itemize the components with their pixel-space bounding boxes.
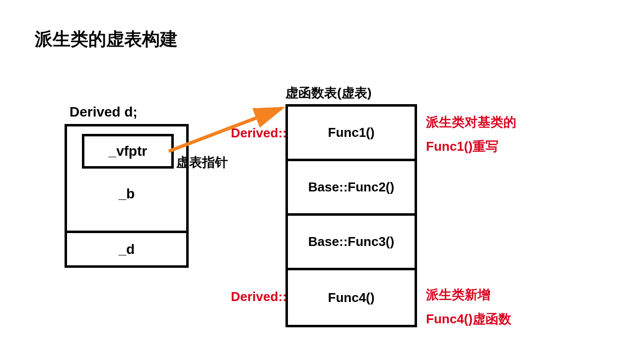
vtable-row: Base::Func2() — [288, 161, 415, 216]
vtable-row1-name: Func2() — [348, 180, 394, 195]
vtable-row1-prefix: Base:: — [308, 180, 348, 195]
vtable-row3-name: Func4() — [328, 290, 375, 305]
note-newfunc-line1: 派生类新增 — [426, 287, 491, 302]
note-newfunc-line2: Func4()虚函数 — [426, 311, 511, 326]
vtable-pointer-label: 虚表指针 — [176, 154, 228, 171]
vtable-row0-name: Func1() — [328, 125, 375, 140]
object-box: _vfptr _b — [65, 124, 189, 233]
vtable-title: 虚函数表(虚表) — [285, 84, 371, 102]
vtable-row: Base::Func3() — [288, 216, 415, 270]
vtable-row2-prefix: Base:: — [308, 234, 348, 249]
member-d: _d — [65, 233, 189, 268]
vtable-row3-prefix: Derived:: — [231, 289, 287, 304]
object-declaration: Derived d; — [70, 104, 138, 120]
vtable-row0-prefix: Derived:: — [231, 125, 287, 141]
note-override: 派生类对基类的 Func1()重写 — [426, 110, 516, 159]
note-override-line2: Func1()重写 — [426, 139, 498, 154]
vtable-row: Func4() — [288, 270, 415, 325]
vtable-row: Func1() — [288, 107, 415, 161]
vtable-box: Func1() Base::Func2() Base::Func3() Func… — [285, 104, 417, 327]
diagram-title: 派生类的虚表构建 — [35, 27, 178, 52]
vtable-row2-name: Func3() — [348, 234, 394, 249]
vfptr-box: _vfptr — [82, 134, 174, 169]
note-override-line1: 派生类对基类的 — [426, 115, 516, 129]
member-b: _b — [67, 186, 186, 202]
note-newfunc: 派生类新增 Func4()虚函数 — [426, 283, 511, 332]
